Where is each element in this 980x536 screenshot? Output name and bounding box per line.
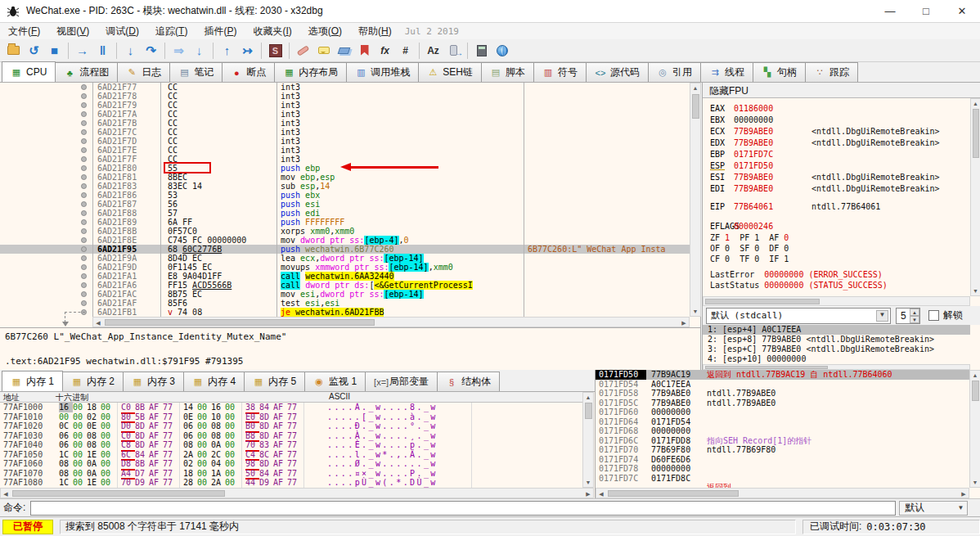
stack-row[interactable]: 0171FD7C0171FD8C bbox=[596, 474, 969, 484]
breakpoint-dot-icon[interactable] bbox=[81, 201, 87, 207]
breakpoint-dot-icon[interactable] bbox=[81, 264, 87, 270]
registers-list[interactable]: EAX01186000EBX00000000ECX77B9ABE0<ntdll.… bbox=[703, 98, 970, 296]
assemble-icon[interactable]: Az bbox=[423, 41, 443, 61]
disasm-row[interactable]: 6AD21F9D0F1145 ECmovups xmmword ptr ss:[… bbox=[0, 263, 690, 272]
stack-row[interactable]: 0171FD74D60FE6D6 bbox=[596, 455, 969, 465]
menu-item-t[interactable]: 追踪(T) bbox=[147, 23, 196, 40]
disasm-row[interactable]: 6AD21FA6FF15 ACD5566Bcall dword ptr ds:[… bbox=[0, 281, 690, 290]
bottom-tab-内存-5[interactable]: ▦内存 5 bbox=[244, 372, 305, 391]
registers-horizontal-scrollbar[interactable] bbox=[703, 296, 970, 306]
disasm-row[interactable]: 6AD21F79CCint3 bbox=[0, 101, 690, 110]
dump-rows[interactable]: 77AF100016001800C08BAF77140016003884AF77… bbox=[0, 403, 582, 488]
dump-row[interactable]: 77AF100016001800C08BAF77140016003884AF77… bbox=[0, 403, 582, 412]
disasm-row[interactable]: 6AD21F7BCCint3 bbox=[0, 119, 690, 128]
breakpoint-dot-icon[interactable] bbox=[81, 129, 87, 135]
disasm-row[interactable]: 6AD21F78CCint3 bbox=[0, 92, 690, 101]
settings-icon[interactable]: S bbox=[265, 41, 285, 61]
registers-panel[interactable]: 隐藏FPU EAX01186000EBX00000000ECX77B9ABE0<… bbox=[702, 83, 980, 370]
dump-row[interactable]: 77AF101000000200805BAF770E001000E08DAF77… bbox=[0, 412, 582, 422]
disasm-row[interactable]: 6AD21F7ACCint3 bbox=[0, 110, 690, 119]
breakpoint-dot-icon[interactable] bbox=[81, 102, 87, 108]
stack-vertical-scrollbar[interactable]: ▲▼ bbox=[969, 370, 980, 488]
stack-row[interactable]: 0171FD7800000000 bbox=[596, 464, 969, 474]
breakpoint-dot-icon[interactable] bbox=[81, 228, 87, 234]
register-row[interactable]: EBX00000000 bbox=[703, 115, 970, 126]
bottom-tab-内存-3[interactable]: ▦内存 3 bbox=[123, 372, 184, 391]
command-profile-select[interactable]: 默认 ▼ bbox=[899, 501, 968, 516]
command-input[interactable] bbox=[30, 501, 896, 516]
breakpoint-dot-icon[interactable] bbox=[81, 237, 87, 243]
disasm-row[interactable]: 6AD21F8B0F57C0xorps xmm0,xmm0 bbox=[0, 227, 690, 236]
menu-item-o[interactable]: 选项(O) bbox=[300, 23, 350, 40]
stack-rows[interactable]: 0171FD5077B9AC19返回到 ntdll.77B9AC19 自 ntd… bbox=[596, 370, 969, 488]
disasm-row[interactable]: 6AD21F8756push esi bbox=[0, 200, 690, 209]
dump-row[interactable]: 77AF103006000800C08DAF7706000800B88DAF77… bbox=[0, 431, 582, 441]
breakpoint-dot-icon[interactable] bbox=[81, 84, 87, 90]
argument-row[interactable]: 3: [esp+C] 77B9ABE0 <ntdll.DbgUiRemoteBr… bbox=[703, 345, 970, 354]
execute-till-return-icon[interactable]: ↑ bbox=[217, 41, 237, 61]
open-file-icon[interactable] bbox=[3, 41, 24, 61]
tab-调用堆栈[interactable]: ▥调用堆栈 bbox=[346, 62, 419, 82]
stack-panel[interactable]: 0171FD5077B9AC19返回到 ntdll.77B9AC19 自 ntd… bbox=[595, 370, 980, 498]
minimize-button[interactable]: — bbox=[872, 0, 908, 22]
tab-脚本[interactable]: ▤脚本 bbox=[481, 62, 534, 82]
hash-icon[interactable]: # bbox=[395, 41, 416, 61]
register-row[interactable]: ESP0171FD50 bbox=[703, 160, 970, 172]
disasm-row[interactable]: 6AD21F9A8D4D EClea ecx,dword ptr ss:[ebp… bbox=[0, 254, 690, 263]
stack-row[interactable]: 0171FD640171FD54 bbox=[596, 417, 969, 427]
menu-item-f[interactable]: 文件(F) bbox=[0, 23, 48, 40]
dump-row[interactable]: 77AF104006000800C88DAF7708000A007083AF77… bbox=[0, 440, 582, 450]
step-over-icon[interactable]: ↷ bbox=[141, 41, 161, 61]
argument-row[interactable]: 4: [esp+10] 00000000 bbox=[703, 354, 970, 364]
stack-row[interactable]: 0171FD5C77B9ABE0ntdll.77B9ABE0 bbox=[596, 399, 969, 408]
stack-row[interactable]: 0171FD7077B69F80ntdll.77B69F80 bbox=[596, 445, 969, 455]
tab-跟踪[interactable]: ∵跟踪 bbox=[805, 62, 858, 82]
argument-row[interactable]: 2: [esp+8] 77B9ABE0 <ntdll.DbgUiRemoteBr… bbox=[703, 335, 970, 345]
breakpoint-dot-icon[interactable] bbox=[81, 246, 87, 252]
breakpoint-dot-icon[interactable] bbox=[81, 111, 87, 117]
disasm-row[interactable]: 6AD21F8653push ebx bbox=[0, 191, 690, 200]
breakpoint-dot-icon[interactable] bbox=[81, 291, 87, 297]
argument-depth-stepper[interactable]: 5 ▲ ▼ bbox=[896, 308, 920, 324]
bottom-tab-内存-1[interactable]: ▦内存 1 bbox=[2, 371, 63, 391]
unlock-checkbox[interactable] bbox=[928, 310, 939, 321]
tab-符号[interactable]: ▥符号 bbox=[533, 62, 587, 82]
call-arguments-list[interactable]: 1: [esp+4] A0C17EEA2: [esp+8] 77B9ABE0 <… bbox=[703, 325, 970, 364]
disasm-row[interactable]: 6AD21F9568 60C2776Bpush wechatwin.6B77C2… bbox=[0, 245, 690, 254]
calculator-icon[interactable] bbox=[471, 41, 492, 61]
breakpoint-dot-icon[interactable] bbox=[81, 300, 87, 306]
stepper-down-icon[interactable]: ▼ bbox=[910, 316, 919, 323]
hide-fpu-button[interactable]: 隐藏FPU bbox=[703, 83, 980, 98]
tab-线程[interactable]: ⇉线程 bbox=[700, 62, 753, 82]
register-row[interactable]: EDX77B9ABE0<ntdll.DbgUiRemoteBreakin> bbox=[703, 137, 970, 149]
menu-item-i[interactable]: 收藏夹(I) bbox=[245, 23, 299, 40]
internet-icon[interactable] bbox=[492, 41, 512, 61]
breakpoint-dot-icon[interactable] bbox=[81, 183, 87, 189]
disasm-vertical-scrollbar[interactable]: ▲▼ bbox=[690, 83, 701, 317]
breakpoint-dot-icon[interactable] bbox=[81, 120, 87, 126]
breakpoint-dot-icon[interactable] bbox=[81, 156, 87, 162]
dump-row[interactable]: 77AF10200C000E00D08DAF7706000800B08DAF77… bbox=[0, 421, 582, 431]
breakpoint-dot-icon[interactable] bbox=[81, 282, 87, 288]
disasm-row[interactable]: 6AD21FA1E8 9A04D1FFcall wechatwin.6AA324… bbox=[0, 272, 690, 281]
tab-CPU[interactable]: ▦CPU bbox=[2, 61, 56, 82]
help-phone-icon[interactable] bbox=[443, 41, 464, 61]
menu-item-p[interactable]: 插件(P) bbox=[196, 23, 245, 40]
bottom-tab-结构体[interactable]: §结构体 bbox=[437, 372, 500, 391]
memory-dump-panel[interactable]: 地址 十六进制 ASCII 77AF100016001800C08BAF7714… bbox=[0, 392, 595, 498]
register-row[interactable]: EAX01186000 bbox=[703, 103, 970, 115]
maximize-button[interactable]: □ bbox=[908, 0, 944, 22]
dump-vertical-scrollbar[interactable]: ▲▼ bbox=[582, 392, 594, 488]
disasm-row[interactable]: 6AD21FB1v 74 08je wechatwin.6AD21FBB bbox=[0, 308, 690, 317]
breakpoint-dot-icon[interactable] bbox=[81, 210, 87, 216]
bottom-tab-内存-4[interactable]: ▦内存 4 bbox=[183, 372, 245, 391]
disassembly-rows[interactable]: 6AD21F77CCint36AD21F78CCint36AD21F79CCin… bbox=[0, 83, 690, 317]
breakpoint-dot-icon[interactable] bbox=[81, 255, 87, 261]
menu-item-h[interactable]: 帮助(H) bbox=[350, 23, 400, 40]
disasm-row[interactable]: 6AD21F8EC745 FC 00000000mov dword ptr ss… bbox=[0, 236, 690, 245]
stack-row[interactable]: 0171FD6800000000 bbox=[596, 426, 969, 436]
dump-row[interactable]: 77AF106008000A00D88BAF7702000400988DAF77… bbox=[0, 459, 582, 469]
bottom-tab-内存-2[interactable]: ▦内存 2 bbox=[62, 372, 124, 391]
run-to-user-code-icon[interactable]: ⇒ bbox=[169, 41, 189, 61]
dump-row[interactable]: 77AF10801C001E0070D9AF7728002A0044D9AF77… bbox=[0, 478, 582, 488]
